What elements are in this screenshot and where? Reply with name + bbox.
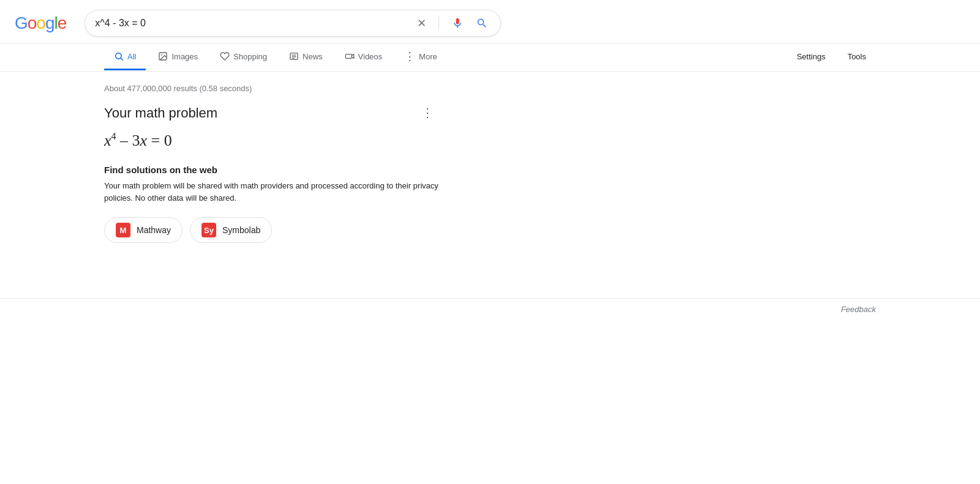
search-bar-wrapper: ✕ (85, 10, 501, 37)
solver-buttons: M Mathway Sy Symbolab (104, 217, 447, 243)
search-button[interactable] (473, 15, 491, 32)
find-solutions-title: Find solutions on the web (104, 165, 447, 175)
main-content: About 477,000,000 results (0.58 seconds)… (0, 72, 551, 274)
math-card-title: Your math problem (104, 105, 447, 121)
videos-icon (345, 51, 355, 61)
symbolab-icon: Sy (202, 223, 216, 237)
all-icon (114, 51, 124, 61)
search-divider (439, 16, 439, 31)
tools-label: Tools (848, 52, 866, 61)
nav-tabs: All Images Shopping News Videos ⋮ More S… (0, 43, 980, 72)
tab-shopping[interactable]: Shopping (210, 44, 277, 70)
news-icon (289, 51, 299, 61)
shopping-icon (220, 51, 230, 61)
tab-more-label: More (419, 52, 437, 61)
tab-videos-label: Videos (358, 52, 383, 61)
search-icons: ✕ (415, 14, 491, 32)
nav-right: Settings Tools (787, 45, 876, 70)
tab-shopping-label: Shopping (233, 52, 267, 61)
tab-news[interactable]: News (279, 44, 333, 70)
mathway-icon: M (116, 223, 130, 237)
more-icon: ⋮ (404, 51, 415, 62)
footer-bar: Feedback (0, 298, 980, 320)
logo-letter-g: G (15, 13, 28, 33)
settings-link[interactable]: Settings (787, 45, 835, 70)
symbolab-label: Symbolab (222, 225, 260, 235)
symbolab-button[interactable]: Sy Symbolab (190, 217, 272, 243)
search-bar: ✕ (85, 10, 501, 37)
google-logo[interactable]: Google (15, 13, 66, 33)
logo-letter-o2: o (36, 13, 45, 33)
tab-images[interactable]: Images (148, 44, 208, 70)
voice-search-button[interactable] (449, 15, 466, 32)
feedback-link[interactable]: Feedback (841, 305, 876, 314)
svg-rect-8 (345, 54, 352, 59)
logo-letter-g2: g (45, 13, 55, 33)
images-icon (158, 51, 168, 61)
search-input[interactable] (95, 18, 415, 29)
tab-news-label: News (303, 52, 323, 61)
logo-letter-e: e (58, 13, 67, 33)
clear-button[interactable]: ✕ (415, 14, 429, 32)
logo-letter-o1: o (28, 13, 37, 33)
tab-videos[interactable]: Videos (335, 44, 393, 70)
math-card: ⋮ Your math problem x4 – 3x = 0 Find sol… (104, 105, 447, 243)
mathway-button[interactable]: M Mathway (104, 217, 183, 243)
mathway-label: Mathway (137, 225, 171, 235)
tools-link[interactable]: Tools (838, 45, 876, 70)
tab-all-label: All (127, 52, 136, 61)
math-card-menu-button[interactable]: ⋮ (421, 105, 435, 120)
svg-point-0 (116, 53, 121, 59)
find-solutions-desc: Your math problem will be shared with ma… (104, 180, 447, 206)
svg-point-3 (161, 54, 162, 56)
settings-label: Settings (797, 52, 826, 61)
tab-images-label: Images (172, 52, 198, 61)
tab-all[interactable]: All (104, 44, 146, 70)
svg-line-1 (121, 58, 123, 61)
results-count: About 477,000,000 results (0.58 seconds) (104, 84, 447, 93)
tab-more[interactable]: ⋮ More (394, 43, 447, 71)
header: Google ✕ (0, 0, 980, 43)
math-equation: x4 – 3x = 0 (104, 131, 447, 150)
